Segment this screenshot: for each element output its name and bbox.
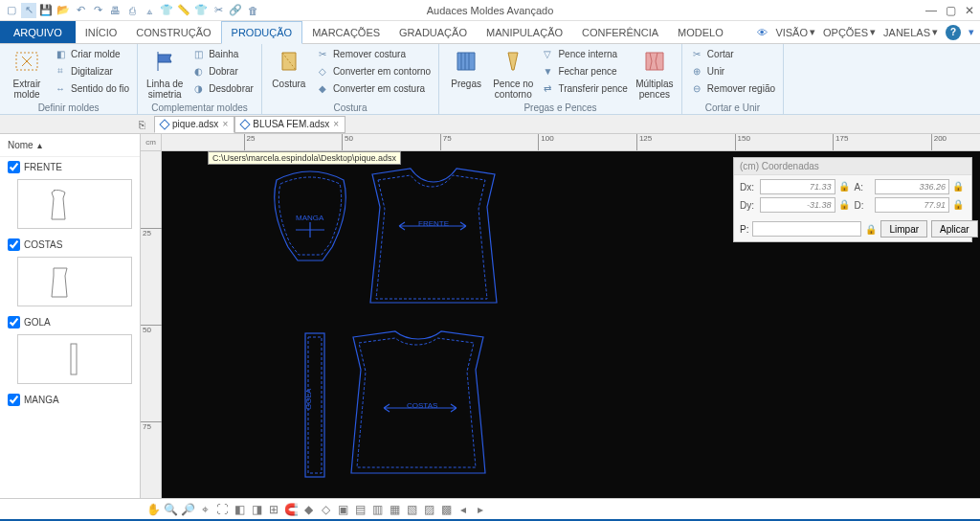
- window-minimize-icon[interactable]: —: [924, 4, 938, 17]
- qat-tshirt-icon[interactable]: 👕: [193, 3, 209, 18]
- zoom-window-icon[interactable]: ⌖: [197, 502, 212, 517]
- transferir-pence-button[interactable]: ⇄Transferir pence: [541, 80, 627, 96]
- a-input[interactable]: [875, 179, 950, 194]
- sentido-fio-button[interactable]: ↔Sentido do fio: [54, 80, 129, 96]
- snap-icon[interactable]: ⊞: [266, 502, 281, 517]
- tab-construcao[interactable]: CONSTRUÇÃO: [126, 21, 220, 43]
- sidebar-thumb-frente[interactable]: [17, 179, 132, 229]
- converter-contorno-button[interactable]: ◇Converter em contorno: [316, 63, 431, 79]
- qat-trash-icon[interactable]: 🗑: [245, 3, 260, 18]
- qat-save-icon[interactable]: 💾: [38, 3, 54, 18]
- tool-b-icon[interactable]: ◨: [249, 502, 264, 517]
- desdobrar-button[interactable]: ◑Desdobrar: [191, 80, 254, 96]
- aplicar-button[interactable]: Aplicar: [931, 220, 978, 238]
- window-close-icon[interactable]: ✕: [963, 4, 976, 17]
- sidebar-check[interactable]: [8, 316, 20, 328]
- dx-input[interactable]: [760, 179, 835, 194]
- qat-shirt-icon[interactable]: 👕: [159, 3, 174, 18]
- qat-cursor-icon[interactable]: ↖: [21, 3, 36, 18]
- tool-k-icon[interactable]: ▩: [438, 502, 454, 517]
- p-input[interactable]: [752, 221, 861, 237]
- tab-conferencia[interactable]: CONFERÊNCIA: [572, 21, 668, 43]
- p-lock-icon[interactable]: 🔒: [865, 224, 877, 235]
- doctab-blusa[interactable]: BLUSA FEM.adsx ×: [234, 116, 345, 133]
- dy-input[interactable]: [760, 197, 835, 213]
- doctab-close-icon[interactable]: ×: [222, 119, 228, 129]
- linha-simetria-button[interactable]: Linha de simetria: [145, 46, 184, 100]
- sidebar-thumb-costas[interactable]: [17, 257, 132, 306]
- fechar-pence-button[interactable]: ▼Fechar pence: [541, 63, 627, 79]
- limpar-button[interactable]: Limpar: [880, 220, 927, 238]
- qat-open-icon[interactable]: 📂: [56, 3, 71, 18]
- pence-interna-button[interactable]: ▽Pence interna: [541, 46, 627, 61]
- cortar-button[interactable]: ✂Cortar: [690, 46, 775, 61]
- qat-cut-icon[interactable]: ✂: [211, 3, 226, 18]
- unir-button[interactable]: ⊕Unir: [690, 63, 775, 79]
- janelas-dropdown[interactable]: JANELAS ▾: [883, 26, 938, 38]
- zoom-out-icon[interactable]: 🔎: [180, 502, 195, 517]
- file-tab[interactable]: ARQUIVO: [0, 21, 76, 43]
- qat-print-icon[interactable]: 🖶: [107, 3, 122, 18]
- sidebar-item-costas[interactable]: COSTAS: [0, 235, 140, 255]
- d-input[interactable]: [875, 197, 950, 213]
- qat-redo-icon[interactable]: ↷: [90, 3, 105, 18]
- help-icon[interactable]: ?: [946, 25, 961, 40]
- tool-g-icon[interactable]: ▥: [369, 502, 385, 517]
- tool-i-icon[interactable]: ▧: [404, 502, 419, 517]
- opcoes-dropdown[interactable]: OPÇÕES ▾: [823, 26, 876, 38]
- tab-modelo[interactable]: MODELO: [668, 21, 733, 43]
- remover-regiao-button[interactable]: ⊖Remover região: [690, 80, 775, 96]
- a-lock-icon[interactable]: 🔒: [952, 181, 964, 193]
- sidebar-check[interactable]: [8, 161, 20, 173]
- qat-ruler-icon[interactable]: 📏: [176, 3, 191, 18]
- tool-a-icon[interactable]: ◧: [232, 502, 247, 517]
- dobrar-button[interactable]: ◐Dobrar: [191, 63, 254, 79]
- panel-toggle-icon[interactable]: ⎘: [133, 116, 150, 133]
- sidebar-check[interactable]: [8, 238, 20, 251]
- pregas-button[interactable]: Pregas: [447, 46, 485, 89]
- qat-new-icon[interactable]: ▢: [4, 3, 19, 18]
- tab-graduacao[interactable]: GRADUAÇÃO: [390, 21, 477, 43]
- zoom-in-icon[interactable]: 🔍: [163, 502, 178, 517]
- window-maximize-icon[interactable]: ▢: [944, 4, 957, 17]
- bainha-button[interactable]: ◫Bainha: [191, 46, 254, 61]
- pan-icon[interactable]: ✋: [145, 502, 161, 517]
- extrair-molde-button[interactable]: Extrair molde: [8, 46, 46, 100]
- doctab-close-icon[interactable]: ×: [333, 119, 339, 129]
- tool-f-icon[interactable]: ▤: [352, 502, 368, 517]
- remover-costura-button[interactable]: ✂Remover costura: [316, 46, 431, 61]
- qat-tool1-icon[interactable]: ⎙: [124, 3, 140, 18]
- costura-button[interactable]: Costura: [270, 46, 308, 89]
- tool-c-icon[interactable]: ◆: [301, 502, 316, 517]
- tool-d-icon[interactable]: ◇: [318, 502, 333, 517]
- dy-lock-icon[interactable]: 🔒: [838, 199, 850, 211]
- qat-hanger-icon[interactable]: ⟁: [142, 3, 157, 18]
- tab-manipulacao[interactable]: MANIPULAÇÃO: [477, 21, 572, 43]
- tab-producao[interactable]: PRODUÇÃO: [221, 21, 303, 44]
- next-icon[interactable]: ▸: [473, 502, 488, 517]
- tool-j-icon[interactable]: ▨: [421, 502, 436, 517]
- tool-h-icon[interactable]: ▦: [387, 502, 402, 517]
- tool-e-icon[interactable]: ▣: [335, 502, 350, 517]
- magnet-icon[interactable]: 🧲: [283, 502, 299, 517]
- converter-costura-button[interactable]: ◆Converter em costura: [316, 80, 431, 96]
- sidebar-item-manga[interactable]: MANGA: [0, 390, 140, 410]
- sidebar-thumb-gola[interactable]: [17, 334, 132, 384]
- qat-undo-icon[interactable]: ↶: [73, 3, 88, 18]
- dx-lock-icon[interactable]: 🔒: [838, 181, 850, 193]
- sidebar-header[interactable]: Nome ▴: [0, 134, 140, 157]
- sidebar-item-gola[interactable]: GOLA: [0, 312, 140, 332]
- help-dropdown-icon[interactable]: ▾: [969, 26, 974, 38]
- zoom-fit-icon[interactable]: ⛶: [214, 502, 230, 517]
- prev-icon[interactable]: ◂: [456, 502, 471, 517]
- tab-marcacoes[interactable]: MARCAÇÕES: [302, 21, 390, 43]
- sidebar-check[interactable]: [8, 394, 20, 406]
- multiplas-pences-button[interactable]: Múltiplas pences: [635, 46, 674, 100]
- sidebar-item-frente[interactable]: FRENTE: [0, 157, 140, 177]
- visao-dropdown[interactable]: VISÃO ▾: [775, 26, 815, 38]
- qat-link-icon[interactable]: 🔗: [228, 3, 243, 18]
- tab-inicio[interactable]: INÍCIO: [76, 21, 127, 43]
- d-lock-icon[interactable]: 🔒: [952, 199, 964, 211]
- doctab-pique[interactable]: pique.adsx ×: [154, 116, 234, 133]
- digitalizar-button[interactable]: ⌗Digitalizar: [54, 63, 129, 79]
